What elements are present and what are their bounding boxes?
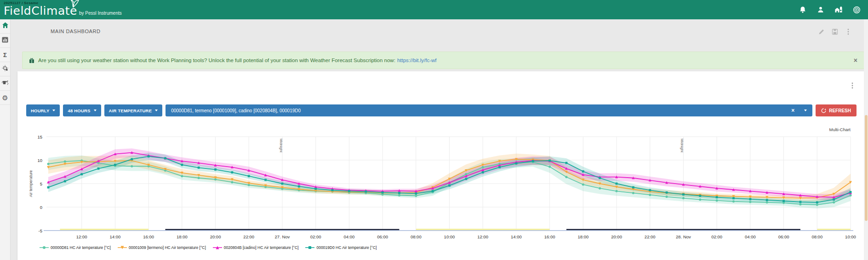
station-farm-icon[interactable]: [834, 6, 843, 14]
x-tick-label: 18:00: [177, 234, 188, 239]
legend-marker-icon: [213, 245, 222, 250]
live-data-target-icon[interactable]: [852, 6, 861, 14]
watering-can-icon: [1, 79, 9, 87]
station-select[interactable]: 00000D81, termeno [00001009], cadino [00…: [166, 104, 812, 116]
sidebar-item-irrigation[interactable]: [0, 76, 10, 91]
chart-title: Multi-Chart: [829, 127, 851, 132]
x-tick-label: 04:00: [745, 234, 756, 239]
scrollbar-thumb[interactable]: [865, 115, 868, 221]
x-tick-label: 02:00: [711, 234, 722, 239]
multi-chart-panel: HOURLY 48 HOURS AIR TEMPERATURE 00000D81…: [17, 71, 865, 260]
vertical-scrollbar[interactable]: [864, 19, 868, 260]
x-tick-label: 28. Nov: [676, 234, 691, 239]
x-tick-label: 20:00: [611, 234, 622, 239]
save-dashboard-icon[interactable]: [831, 28, 838, 35]
caret-down-icon[interactable]: [804, 110, 807, 111]
x-tick-label: 12:00: [477, 234, 488, 239]
app-logo[interactable]: FieldClimate by Pessl Instruments: [4, 4, 122, 17]
x-tick-label: 08:00: [411, 234, 422, 239]
range-dropdown[interactable]: 48 HOURS: [63, 104, 101, 116]
station-clear-icon[interactable]: ×: [791, 108, 794, 113]
x-tick-label: 02:00: [310, 234, 321, 239]
y-tick-label: 10: [37, 158, 42, 163]
chart-canvas[interactable]: 151050-512:0014:0016:0018:0020:0022:0027…: [23, 123, 860, 243]
legend-marker-icon: [305, 245, 314, 250]
legend-marker-icon: [118, 245, 127, 250]
gear-icon: ⚙: [2, 94, 8, 101]
dashboard-menu-dots-icon[interactable]: [845, 28, 851, 35]
day-strip: [416, 229, 550, 230]
sensor-dropdown-label: AIR TEMPERATURE: [109, 108, 152, 113]
y-tick-label: -5: [39, 228, 42, 233]
bar-chart-icon: [2, 36, 8, 45]
x-tick-label: 20:00: [210, 234, 221, 239]
left-sidebar: Σ ⚙: [0, 19, 11, 260]
midnight-annotation: Midnight: [680, 139, 684, 153]
legend-item[interactable]: 00000D81 HC Air temperature [°C]: [40, 245, 111, 250]
sidebar-item-sensors[interactable]: [0, 62, 10, 76]
refresh-button[interactable]: REFRESH: [816, 104, 857, 116]
interval-dropdown-label: HOURLY: [31, 108, 49, 113]
sigma-icon: Σ: [3, 52, 7, 58]
caret-down-icon: [94, 110, 97, 111]
legend-item[interactable]: 000019D0 HC Air temperature [°C]: [305, 245, 377, 250]
x-tick-label: 10:00: [845, 234, 856, 239]
top-header: 20251127 / Sesame FieldClimate by Pessl …: [0, 0, 868, 19]
y-tick-label: 15: [37, 134, 42, 139]
x-tick-label: 22:00: [243, 234, 254, 239]
banner-text: Are you still using your weather station…: [38, 58, 395, 63]
x-tick-label: 22:00: [645, 234, 656, 239]
x-tick-label: 14:00: [511, 234, 522, 239]
promo-banner: Are you still using your weather station…: [22, 52, 864, 69]
edit-dashboard-pencil-icon[interactable]: [818, 28, 825, 35]
refresh-icon: [821, 108, 826, 113]
x-tick-label: 10:00: [444, 234, 455, 239]
home-icon: [2, 22, 9, 30]
x-tick-label: 16:00: [143, 234, 154, 239]
sidebar-item-charts[interactable]: [0, 34, 10, 48]
day-strip: [60, 229, 148, 230]
multi-chart[interactable]: 151050-512:0014:0016:0018:0020:0022:0027…: [23, 123, 860, 245]
x-tick-label: 04:00: [343, 234, 354, 239]
x-tick-label: 16:00: [544, 234, 555, 239]
user-account-icon[interactable]: [817, 6, 825, 14]
legend-item[interactable]: 0020804B [cadino] HC Air temperature [°C…: [213, 245, 299, 250]
x-tick-label: 18:00: [577, 234, 588, 239]
y-tick-label: 5: [40, 181, 42, 186]
y-axis-title: Air temperature: [29, 170, 33, 197]
banner-link[interactable]: https://bit.ly/fc-wf: [397, 58, 437, 63]
chart-controls: HOURLY 48 HOURS AIR TEMPERATURE 00000D81…: [26, 104, 857, 116]
work-planning-gift-icon: [29, 58, 34, 64]
x-tick-label: 27. Nov: [275, 234, 290, 239]
panel-menu-dots-icon[interactable]: [851, 82, 853, 91]
legend-label: 00001009 [termeno] HC Air temperature [°…: [129, 245, 206, 250]
sidebar-item-sum[interactable]: Σ: [0, 48, 10, 62]
x-tick-label: 06:00: [377, 234, 388, 239]
sidebar-item-home[interactable]: [0, 19, 10, 34]
caret-down-icon: [52, 110, 55, 111]
logo-text: FieldClimate: [4, 4, 77, 17]
range-dropdown-label: 48 HOURS: [68, 108, 90, 113]
chart-legend: 00000D81 HC Air temperature [°C]00001009…: [40, 245, 377, 250]
sensor-dropdown[interactable]: AIR TEMPERATURE: [104, 104, 163, 116]
interval-dropdown[interactable]: HOURLY: [26, 104, 60, 116]
refresh-button-label: REFRESH: [829, 108, 851, 113]
station-select-value: 00000D81, termeno [00001009], cadino [00…: [171, 108, 301, 113]
x-tick-label: 12:00: [76, 234, 87, 239]
notifications-bell-icon[interactable]: [799, 6, 807, 14]
legend-marker-icon: [40, 245, 49, 250]
legend-label: 00000D81 HC Air temperature [°C]: [51, 245, 111, 250]
x-tick-label: 14:00: [110, 234, 121, 239]
y-tick-label: 0: [40, 205, 42, 210]
page-title: MAIN DASHBOARD: [51, 29, 101, 34]
legend-label: 0020804B [cadino] HC Air temperature [°C…: [224, 245, 299, 250]
sidebar-item-settings[interactable]: ⚙: [0, 91, 10, 105]
night-strip: [165, 229, 399, 231]
thermometer-sun-icon: [2, 65, 9, 74]
night-strip: [566, 229, 800, 231]
banner-close-icon[interactable]: ×: [854, 57, 857, 64]
day-strip: [817, 229, 851, 230]
caret-down-icon: [155, 110, 158, 111]
x-tick-label: 08:00: [811, 234, 822, 239]
legend-item[interactable]: 00001009 [termeno] HC Air temperature [°…: [118, 245, 206, 250]
